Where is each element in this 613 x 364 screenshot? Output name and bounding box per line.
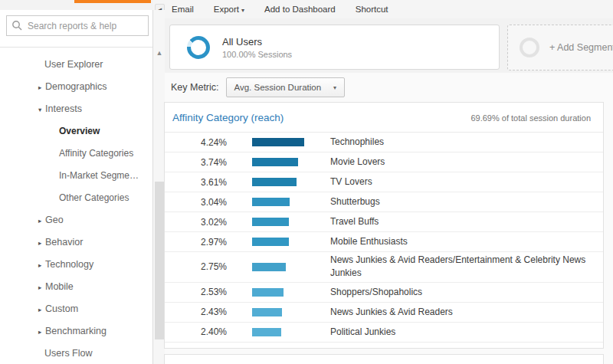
- chevron-down-icon: ▾: [333, 84, 336, 91]
- brand-accent-bar: [74, 0, 151, 3]
- key-metric-value: Avg. Session Duration: [234, 83, 322, 92]
- sidebar-item-label: Users Flow: [44, 348, 93, 359]
- email-button[interactable]: Email: [172, 5, 194, 14]
- row-bar-cell: [252, 263, 330, 271]
- chart-row: 2.97%Mobile Enthusiasts: [165, 232, 603, 252]
- row-category-label: News Junkies & Avid Readers/Entertainmen…: [330, 254, 603, 280]
- row-bar: [252, 288, 284, 297]
- chart-row: 2.53%Shoppers/Shopaholics: [165, 283, 603, 303]
- row-category-label: Travel Buffs: [330, 215, 603, 228]
- key-metric-dropdown[interactable]: Avg. Session Duration ▾: [226, 77, 346, 97]
- triangle-right-icon: ▸: [38, 277, 44, 298]
- next-section-panel: [164, 354, 604, 364]
- sidebar-item-other-categories[interactable]: Other Categories: [0, 187, 152, 209]
- row-category-label: Political Junkies: [330, 326, 603, 339]
- row-bar: [252, 238, 289, 246]
- sidebar-item-interests[interactable]: ▾Interests: [0, 98, 152, 120]
- affinity-bar-chart: 4.24%Technophiles3.74%Movie Lovers3.61%T…: [165, 132, 603, 343]
- chart-row: 2.75%News Junkies & Avid Readers/Enterta…: [165, 252, 603, 283]
- sidebar-item-label: Geo: [45, 215, 64, 225]
- row-bar-cell: [252, 288, 330, 297]
- sidebar-item-users-flow[interactable]: Users Flow: [0, 343, 152, 364]
- row-percent: 2.53%: [165, 287, 227, 297]
- sidebar-item-user-explorer[interactable]: User Explorer: [0, 54, 152, 76]
- sidebar-item-mobile[interactable]: ▸Mobile: [0, 276, 152, 298]
- sidebar-item-in-market-segme[interactable]: In-Market Segme…: [0, 165, 152, 187]
- row-bar-cell: [252, 178, 330, 186]
- key-metric-row: Key Metric: Avg. Session Duration ▾: [171, 76, 345, 99]
- export-label: Export: [214, 5, 239, 14]
- scroll-up-icon[interactable]: ▲: [155, 49, 164, 57]
- row-bar-cell: [252, 238, 330, 246]
- row-percent: 4.24%: [165, 137, 227, 148]
- panel-header: Affinity Category (reach) 69.69% of tota…: [165, 103, 603, 132]
- row-bar: [252, 138, 304, 146]
- sidebar-item-label: Demographics: [45, 81, 107, 92]
- segment-all-users[interactable]: All Users 100.00% Sessions: [169, 25, 500, 70]
- sidebar-item-benchmarking[interactable]: ▸Benchmarking: [0, 320, 152, 343]
- row-bar: [252, 218, 289, 226]
- segment-donut-icon: [187, 36, 210, 59]
- add-segment-button[interactable]: + Add Segment: [507, 25, 613, 71]
- add-segment-label: + Add Segment: [549, 42, 613, 53]
- row-bar: [252, 198, 290, 206]
- sidebar-item-custom[interactable]: ▸Custom: [0, 298, 152, 320]
- sidebar-item-label: In-Market Segme…: [59, 170, 139, 181]
- chart-row: 2.40%Political Junkies: [165, 323, 603, 343]
- triangle-right-icon: ▸: [38, 299, 44, 320]
- chart-row: 3.04%Shutterbugs: [165, 192, 603, 212]
- search-box: [6, 15, 149, 36]
- sidebar-item-label: Interests: [45, 103, 82, 114]
- panel-note: 69.69% of total session duration: [470, 113, 591, 123]
- add-to-dashboard-button[interactable]: Add to Dashboard: [264, 5, 336, 14]
- sidebar-item-geo[interactable]: ▸Geo: [0, 209, 152, 231]
- row-percent: 3.02%: [165, 217, 227, 228]
- shortcut-button[interactable]: Shortcut: [356, 5, 388, 14]
- row-percent: 2.40%: [165, 326, 227, 337]
- report-toolbar: Email Export▾ Add to Dashboard Shortcut: [172, 0, 388, 18]
- chart-row: 4.24%Technophiles: [165, 133, 603, 152]
- row-percent: 3.04%: [165, 197, 227, 208]
- row-percent: 2.43%: [165, 307, 227, 317]
- export-button[interactable]: Export▾: [214, 5, 244, 14]
- segment-text: All Users 100.00% Sessions: [222, 36, 292, 59]
- sidebar-item-label: Affinity Categories: [59, 148, 133, 159]
- chevron-down-icon: ▾: [241, 7, 244, 14]
- sidebar-scrollbar-thumb[interactable]: [155, 182, 164, 339]
- search-input[interactable]: [6, 15, 149, 36]
- triangle-right-icon: ▸: [38, 210, 44, 231]
- sidebar-item-label: Technology: [45, 259, 93, 270]
- row-bar-cell: [252, 138, 330, 146]
- row-bar-cell: [252, 158, 330, 166]
- row-category-label: Mobile Enthusiasts: [330, 235, 603, 248]
- row-bar-cell: [252, 218, 330, 226]
- row-bar-cell: [252, 328, 330, 336]
- sidebar-item-affinity-categories[interactable]: Affinity Categories: [0, 143, 152, 165]
- panel-title-link[interactable]: Affinity Category (reach): [172, 112, 284, 123]
- sidebar-item-label: Overview: [59, 126, 100, 136]
- row-percent: 2.75%: [165, 261, 227, 272]
- sidebar-item-behavior[interactable]: ▸Behavior: [0, 231, 152, 254]
- row-category-label: Technophiles: [330, 136, 603, 149]
- row-percent: 3.61%: [165, 177, 227, 188]
- sidebar-item-demographics[interactable]: ▸Demographics: [0, 76, 152, 98]
- chart-row: 3.74%Movie Lovers: [165, 152, 603, 172]
- row-bar: [252, 178, 297, 186]
- row-bar: [252, 328, 281, 336]
- affinity-category-panel: Affinity Category (reach) 69.69% of tota…: [164, 102, 604, 349]
- search-icon: [11, 20, 22, 31]
- triangle-right-icon: ▸: [38, 77, 44, 98]
- add-segment-ring-icon: [520, 38, 539, 57]
- sidebar-item-overview[interactable]: Overview: [0, 120, 152, 143]
- row-category-label: News Junkies & Avid Readers: [330, 306, 603, 319]
- row-bar: [252, 308, 282, 316]
- chart-row: 3.02%Travel Buffs: [165, 212, 603, 232]
- row-category-label: Movie Lovers: [330, 156, 603, 169]
- segment-title: All Users: [222, 36, 292, 48]
- sidebar-item-technology[interactable]: ▸Technology: [0, 254, 152, 276]
- chart-row: 3.61%TV Lovers: [165, 172, 603, 192]
- sidebar-item-label: Behavior: [45, 237, 83, 248]
- sidebar-item-label: Custom: [45, 303, 78, 314]
- row-bar: [252, 158, 298, 166]
- row-bar-cell: [252, 308, 330, 316]
